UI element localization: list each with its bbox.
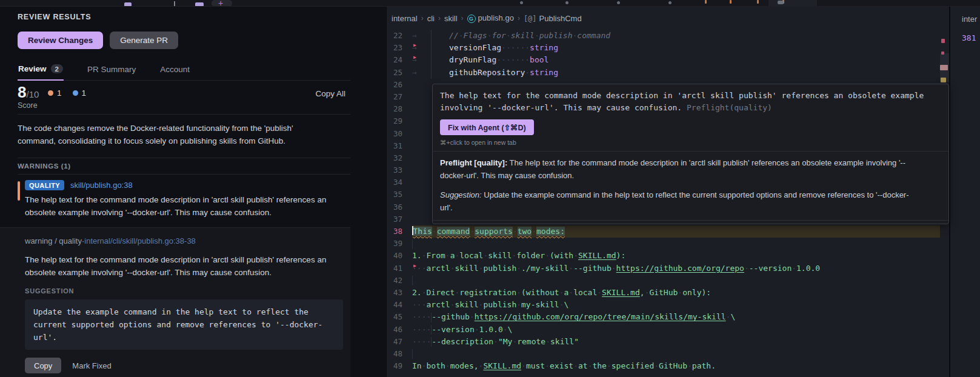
- warning-text: The help text for the command mode descr…: [25, 193, 350, 219]
- code-line-22[interactable]: 22→//·Flags·for·skill·publish·command: [387, 30, 940, 42]
- line-content: →dryRunFlag·······bool: [412, 54, 940, 66]
- line-number: 40: [387, 250, 412, 262]
- hover-source: Preflight(quality): [687, 103, 772, 112]
- line-number: 28: [387, 103, 412, 115]
- breadcrumb-label: skill: [444, 14, 458, 23]
- code-line-44[interactable]: 44···arctl·skill·publish·my-skill·\: [387, 299, 940, 311]
- breadcrumb-label: internal: [392, 14, 418, 23]
- breadcrumb-item-publish.go[interactable]: Gpublish.go: [467, 13, 514, 23]
- chevron-right-icon: ›: [438, 14, 441, 22]
- action-buttons: Review Changes Generate PR: [18, 32, 350, 49]
- tab-count-badge: 2: [51, 64, 63, 73]
- mark-fixed-button[interactable]: Mark Fixed: [72, 361, 111, 370]
- breadcrumb-item-cli[interactable]: cli: [427, 14, 435, 23]
- line-number: 37: [387, 213, 412, 225]
- new-tab-plus-icon[interactable]: +: [218, 0, 223, 7]
- suggestion-header: SUGGESTION: [25, 287, 343, 295]
- line-number: 48: [387, 348, 412, 360]
- code-line-48[interactable]: 48: [387, 348, 940, 360]
- line-content: In·both·modes,·SKILL.md·must·exist·at·th…: [412, 360, 940, 372]
- line-content: →versionFlag······string: [412, 42, 940, 54]
- toolbar-icon-fragment: [174, 1, 175, 6]
- line-content: [412, 238, 940, 250]
- problem-hover-tooltip: The help text for the command mode descr…: [432, 84, 949, 224]
- info-count: 1: [73, 88, 87, 98]
- breadcrumb-label: cli: [427, 14, 435, 23]
- count-value: 1: [57, 88, 62, 98]
- code-line-41[interactable]: 41▶···arctl·skill·publish·./my-skill·--g…: [387, 262, 940, 275]
- tab-label: Review: [18, 64, 47, 73]
- hover-hint: ⌘+click to open in new tab: [440, 139, 941, 151]
- line-content: 2.·Direct·registration·(without·a·local·…: [412, 287, 940, 299]
- warning-location-link[interactable]: skill/publish.go:38: [70, 181, 133, 190]
- code-line-24[interactable]: 24▶→dryRunFlag·······bool: [387, 54, 940, 66]
- toolbar-icon-fragment: [520, 1, 523, 4]
- code-line-25[interactable]: 25→githubRepository·string: [387, 67, 940, 79]
- line-number: 25: [387, 67, 412, 79]
- code-line-38[interactable]: 38This·command·supports·two·modes:: [387, 225, 940, 238]
- chevron-right-icon: ›: [421, 14, 424, 22]
- tab-review[interactable]: Review2: [18, 59, 64, 81]
- score-label: Score: [18, 101, 38, 110]
- line-content: →githubRepository·string: [412, 67, 940, 79]
- issue-counts: 11: [48, 88, 86, 98]
- line-number: 39: [387, 238, 412, 250]
- line-number: 32: [387, 152, 412, 164]
- info-dot-icon: [73, 90, 78, 96]
- line-number: 44: [387, 299, 412, 311]
- line-content: ···arctl·skill·publish·my-skill·\: [412, 299, 940, 311]
- fix-with-agent-button[interactable]: Fix with Agent (⇧⌘D): [440, 119, 534, 135]
- code-line-43[interactable]: 432.·Direct·registration·(without·a·loca…: [387, 287, 940, 299]
- review-changes-button[interactable]: Review Changes: [18, 32, 103, 49]
- toolbar-icon-fragment: [617, 1, 620, 4]
- code-line-49[interactable]: 49In·both·modes,·SKILL.md·must·exist·at·…: [387, 360, 940, 372]
- breadcrumb-item-internal[interactable]: internal: [392, 14, 418, 23]
- warning-detail-text: The help text for the command mode descr…: [25, 253, 343, 279]
- line-content: ····--description·"My·remote·skill": [412, 336, 940, 348]
- line-number: 45: [387, 311, 412, 323]
- generate-pr-button[interactable]: Generate PR: [110, 32, 178, 49]
- code-line-45[interactable]: 45····--github·https://github.com/org/re…: [387, 311, 940, 323]
- line-number: 23: [387, 42, 412, 54]
- line-number: 24: [387, 54, 412, 66]
- code-line-40[interactable]: 401.·From·a·local·skill·folder·(with·SKI…: [387, 250, 940, 262]
- breadcrumb-label: PublishCmd: [539, 14, 582, 23]
- git-deleted-marker-icon: ▶: [413, 39, 416, 52]
- warning-item[interactable]: QUALITY skill/publish.go:38 The help tex…: [18, 180, 350, 219]
- line-number: 38: [387, 225, 412, 238]
- warning-dot-icon: [48, 90, 53, 96]
- code-line-23[interactable]: 23▶→versionFlag······string: [387, 42, 940, 54]
- code-line-47[interactable]: 47····--description·"My·remote·skill": [387, 336, 940, 348]
- line-content: 1.·From·a·local·skill·folder·(with·SKILL…: [412, 250, 940, 262]
- line-number: 41: [387, 262, 412, 275]
- line-number: 29: [387, 115, 412, 127]
- hover-markdown: Preflight [quality]: The help text for t…: [433, 151, 948, 220]
- score-row: 8/10 Score 11 Copy All: [18, 81, 350, 115]
- chevron-right-icon: ›: [461, 14, 464, 22]
- toolbar-icon-fragment: [705, 0, 707, 4]
- code-line-42[interactable]: 42: [387, 275, 940, 287]
- tab-account[interactable]: Account: [159, 59, 190, 80]
- toolbar-icon-fragment: [757, 0, 759, 4]
- copy-all-button[interactable]: Copy All: [315, 89, 345, 98]
- tab-whitespace: →: [412, 42, 449, 54]
- toolbar-icon-fragment: [565, 1, 568, 4]
- hover-rule-label: Preflight [quality]:: [440, 158, 507, 167]
- code-line-39[interactable]: 39: [387, 238, 940, 250]
- warning-file-link[interactable]: internal/cli/skill/publish.go:38-38: [84, 236, 196, 245]
- hover-suggestion-label: Suggestion:: [440, 190, 482, 199]
- breadcrumb-item-skill[interactable]: skill: [444, 14, 458, 23]
- indent-guide: [412, 239, 413, 249]
- tab-pr-summary[interactable]: PR Summary: [87, 59, 136, 80]
- git-deleted-marker-icon: ▶: [413, 52, 416, 64]
- code-line-46[interactable]: 46····--version·1.0.0·\: [387, 324, 940, 336]
- top-tab-strip: +: [0, 0, 980, 7]
- line-number: 46: [387, 324, 412, 336]
- line-number: 34: [387, 176, 412, 189]
- count-value: 1: [82, 88, 87, 98]
- copy-button[interactable]: Copy: [25, 358, 61, 373]
- breadcrumb-item-publishcmd[interactable]: [@]PublishCmd: [524, 14, 582, 23]
- line-number: 27: [387, 91, 412, 103]
- tab-whitespace: →: [412, 30, 449, 42]
- line-content: [412, 275, 940, 287]
